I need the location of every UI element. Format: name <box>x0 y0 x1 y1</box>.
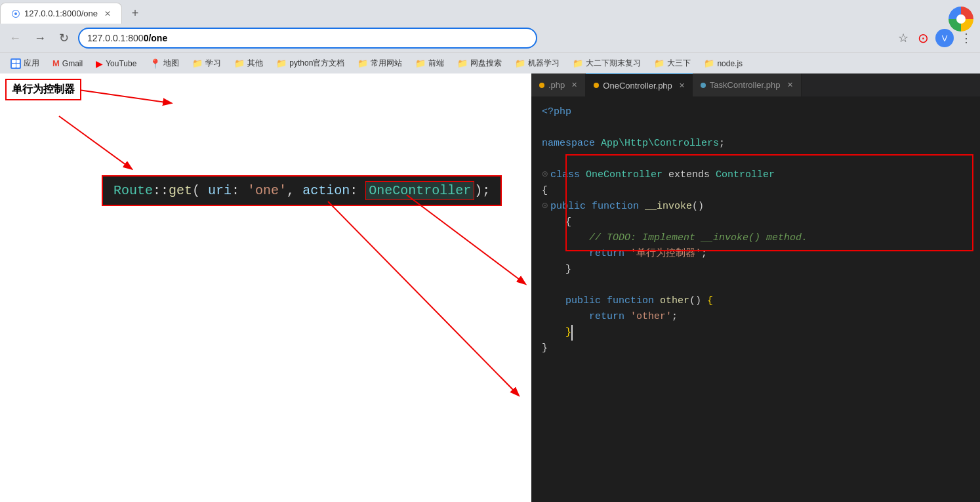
ide-tab-task-label: TaskController.php <box>710 80 781 90</box>
bookmark-study[interactable]: 📁 学习 <box>187 56 226 70</box>
folder-icon-common: 📁 <box>357 58 368 68</box>
code-dcolon: :: <box>153 183 169 198</box>
open-brace-invoke: { <box>542 215 571 230</box>
code-line-10: return '单行为控制器'; <box>542 246 970 262</box>
bookmark-ml[interactable]: 📁 机器学习 <box>510 56 565 70</box>
bookmark-star-button[interactable]: ☆ <box>895 28 911 48</box>
code-get: get <box>169 183 192 198</box>
code-line-7: ⊙ public function __invoke() <box>542 199 970 215</box>
bookmark-other[interactable]: 📁 其他 <box>229 56 268 70</box>
reload-button[interactable]: ↻ <box>55 28 73 48</box>
bookmark-youtube[interactable]: ▶ YouTube <box>91 57 142 70</box>
back-button[interactable]: ← <box>5 29 25 48</box>
code-controller-highlighted: OneController <box>365 181 474 200</box>
bookmark-study-label: 学习 <box>205 58 221 69</box>
ide-tab-php-label: .php <box>548 80 565 90</box>
ide-tab-php[interactable]: .php ✕ <box>531 73 586 96</box>
svg-line-1 <box>59 116 131 169</box>
keyword-class: class <box>550 167 586 183</box>
keyword-namespace: namespace <box>542 136 601 152</box>
ns-semicolon: ; <box>719 136 725 152</box>
ide-code-area[interactable]: <?php namespace App\Http\Controllers; ⊙ … <box>531 96 980 502</box>
code-paren2: ); <box>474 183 490 198</box>
fn-parens-2: () <box>689 293 707 309</box>
fn-parens-1: () <box>692 199 704 215</box>
code-comma: , <box>287 183 302 198</box>
close-brace-other: } <box>542 325 571 341</box>
code-line-3: namespace App\Http\Controllers; <box>542 136 970 152</box>
bookmark-apps[interactable]: 应用 <box>5 56 45 70</box>
folder-icon-study: 📁 <box>192 58 203 68</box>
svg-line-2 <box>407 195 525 283</box>
apps-icon <box>10 58 21 69</box>
bookmark-common[interactable]: 📁 常用网站 <box>352 56 407 70</box>
ide-tab-one-close[interactable]: ✕ <box>679 81 685 90</box>
todo-comment: // TODO: Implement __invoke() method. <box>542 230 807 246</box>
code-line-6: { <box>542 183 970 199</box>
return-semicolon-2: ; <box>672 309 678 325</box>
opera-icon[interactable]: ⊙ <box>915 28 931 49</box>
profile-button[interactable]: V <box>935 29 954 47</box>
forward-button[interactable]: → <box>30 29 50 48</box>
return-semicolon-1: ; <box>701 246 707 262</box>
ide-tab-one[interactable]: OneController.php ✕ <box>586 73 693 96</box>
folder-icon-netdisk: 📁 <box>457 58 468 68</box>
ide-panel: .php ✕ OneController.php ✕ TaskControlle… <box>531 73 980 502</box>
code-colon1: : <box>232 183 247 198</box>
bookmark-exam[interactable]: 📁 大二下期末复习 <box>567 56 646 70</box>
bookmark-common-label: 常用网站 <box>371 58 402 69</box>
bookmark-python[interactable]: 📁 python官方文档 <box>271 56 350 70</box>
ide-tab-php-close[interactable]: ✕ <box>571 81 577 89</box>
bookmark-youtube-label: YouTube <box>106 59 136 68</box>
tab-dot-task <box>701 83 706 88</box>
bookmark-maps-label: 地图 <box>163 58 179 69</box>
ide-tab-task[interactable]: TaskController.php ✕ <box>693 73 802 96</box>
return-value-1: '单行为控制器' <box>630 246 701 262</box>
url-protocol: 127.0.0.1:800 <box>87 33 144 43</box>
open-brace-class: { <box>542 183 548 199</box>
bookmark-gmail[interactable]: M Gmail <box>47 57 88 70</box>
bookmark-maps[interactable]: 📍 地图 <box>144 56 184 70</box>
active-tab[interactable]: ⦿ 127.0.0.1:8000/one ✕ <box>0 3 122 24</box>
code-line-9: // TODO: Implement __invoke() method. <box>542 230 970 246</box>
cursor: | <box>571 325 573 341</box>
tab-title: 127.0.0.1:8000/one <box>24 9 98 18</box>
url-bar[interactable]: 127.0.0.1:8000/one <box>78 28 537 49</box>
keyword-function-2: function <box>607 293 660 309</box>
folder-icon-year3: 📁 <box>654 58 664 68</box>
code-line-13: public function other() { <box>542 293 970 309</box>
extends-text: extends <box>663 167 716 183</box>
code-line-2 <box>542 120 970 136</box>
code-snippet: Route::get( uri: 'one', action: OneContr… <box>102 175 502 206</box>
keyword-return-1: return <box>542 246 630 262</box>
bookmark-frontend[interactable]: 📁 前端 <box>410 56 449 70</box>
folder-icon-frontend: 📁 <box>415 58 426 68</box>
gmail-icon: M <box>52 58 60 68</box>
svg-line-0 <box>79 90 171 103</box>
svg-line-3 <box>328 201 518 395</box>
folder-icon-ml: 📁 <box>515 58 525 68</box>
open-brace-other: { <box>707 293 713 309</box>
browser-page: 单行为控制器 Route::get( uri: 'one', action: O… <box>0 73 531 502</box>
keyword-function-1: function <box>592 199 645 215</box>
maps-icon: 📍 <box>150 58 161 69</box>
annotation-arrows <box>0 73 531 502</box>
code-route: Route <box>113 183 153 198</box>
bookmark-netdisk[interactable]: 📁 网盘搜索 <box>452 56 507 70</box>
folder-icon-python: 📁 <box>276 58 287 68</box>
ide-tabs: .php ✕ OneController.php ✕ TaskControlle… <box>531 73 980 96</box>
tab-close-button[interactable]: ✕ <box>104 9 111 18</box>
code-line-5: ⊙ class OneController extends Controller <box>542 167 970 183</box>
fn-invoke: __invoke <box>645 199 692 215</box>
code-line-15: }| <box>542 325 970 341</box>
code-uri-value: 'one' <box>247 183 287 198</box>
code-line-4 <box>542 152 970 167</box>
bookmark-nodejs[interactable]: 📁 node.js <box>699 57 748 70</box>
bookmark-year3-label: 大三下 <box>667 58 691 69</box>
bookmark-year3[interactable]: 📁 大三下 <box>649 56 696 70</box>
main-content: 单行为控制器 Route::get( uri: 'one', action: O… <box>0 73 980 502</box>
ide-tab-task-close[interactable]: ✕ <box>787 81 793 89</box>
tab-bar: ⦿ 127.0.0.1:8000/one ✕ + <box>0 0 980 24</box>
parent-class: Controller <box>716 167 775 183</box>
new-tab-button[interactable]: + <box>122 3 148 24</box>
